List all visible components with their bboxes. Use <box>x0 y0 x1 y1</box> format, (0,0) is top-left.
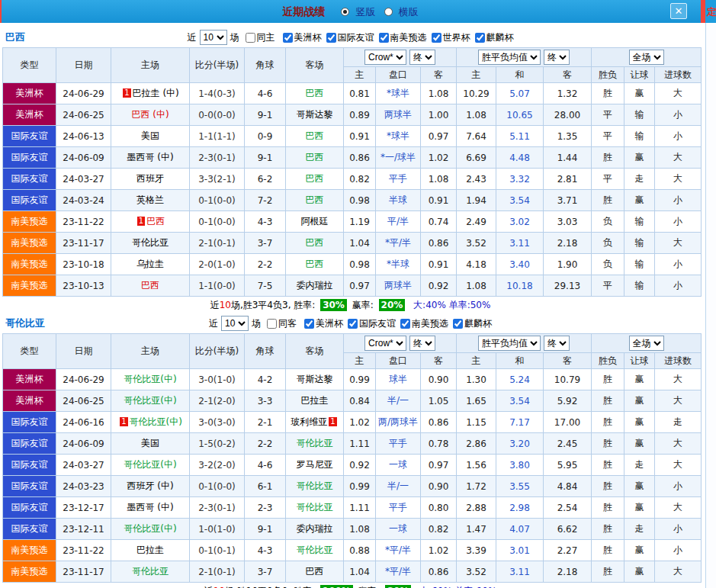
odds-company-select[interactable]: Crow* <box>364 50 406 65</box>
team-name[interactable]: 乌拉圭 <box>136 259 164 269</box>
cup-filter[interactable]: 南美预选 <box>379 31 427 44</box>
team-name[interactable]: 美国 <box>141 130 159 141</box>
team-title[interactable]: 哥伦比亚 <box>5 316 45 330</box>
cup-checkbox[interactable] <box>400 319 410 329</box>
cup-filter[interactable]: 国际友谊 <box>326 31 374 44</box>
cup-checkbox[interactable] <box>432 33 441 43</box>
team-name[interactable]: 墨西哥 (中) <box>127 502 173 512</box>
match-type[interactable]: 国际友谊 <box>3 412 56 433</box>
team-name[interactable]: 巴西 <box>141 280 159 291</box>
team-name[interactable]: 哥伦比亚 <box>297 438 333 448</box>
team-name[interactable]: 巴西 <box>306 130 324 141</box>
match-type[interactable]: 南美预选 <box>3 561 56 583</box>
match-type[interactable]: 南美预选 <box>3 275 56 297</box>
match-type[interactable]: 美洲杯 <box>3 83 56 104</box>
match-type[interactable]: 南美预选 <box>3 211 56 233</box>
team-name[interactable]: 委内瑞拉 <box>297 523 333 534</box>
team-name[interactable]: 哥伦比亚(中) <box>124 395 176 406</box>
team-name[interactable]: 巴拉圭 (中) <box>133 88 179 98</box>
team-name[interactable]: 美国 <box>141 438 159 448</box>
team-name[interactable]: 巴西 <box>306 566 324 577</box>
team-name[interactable]: 巴西 <box>306 194 324 205</box>
match-type[interactable]: 国际友谊 <box>3 169 56 190</box>
vertical-layout-radio[interactable] <box>341 8 349 16</box>
match-type[interactable]: 国际友谊 <box>3 519 56 540</box>
close-button[interactable]: ✕ <box>670 3 687 19</box>
team-name[interactable]: 巴西 (中) <box>131 109 169 120</box>
match-type[interactable]: 南美预选 <box>3 254 56 275</box>
match-type[interactable]: 南美预选 <box>3 233 56 254</box>
cup-filter[interactable]: 美洲杯 <box>283 31 322 44</box>
cup-filter[interactable]: 麒麟杯 <box>453 317 492 330</box>
asia-time-select[interactable]: 终 <box>409 336 435 351</box>
cup-checkbox[interactable] <box>475 33 485 43</box>
match-type[interactable]: 南美预选 <box>3 540 56 561</box>
match-count-select[interactable]: 10 <box>221 316 249 331</box>
team-name[interactable]: 哥斯达黎 <box>297 109 333 120</box>
cup-checkbox[interactable] <box>348 319 358 329</box>
scope-select[interactable]: 全场 <box>629 336 664 351</box>
team-name[interactable]: 哥伦比亚 <box>297 545 333 555</box>
horizontal-layout-label[interactable]: 横版 <box>399 6 419 18</box>
match-type[interactable]: 国际友谊 <box>3 147 56 169</box>
cup-checkbox[interactable] <box>379 33 389 43</box>
team-name[interactable]: 墨西哥 (中) <box>127 152 173 162</box>
team-name[interactable]: 哥伦比亚 <box>132 237 169 248</box>
team-name[interactable]: 巴西 <box>306 152 324 162</box>
team-name[interactable]: 西班牙 (中) <box>127 480 173 491</box>
team-name[interactable]: 巴拉圭 <box>301 395 329 406</box>
match-type[interactable]: 国际友谊 <box>3 126 56 147</box>
match-type[interactable]: 美洲杯 <box>3 390 56 412</box>
cup-filter[interactable]: 麒麟杯 <box>475 31 514 44</box>
euro-time-select[interactable]: 终 <box>544 50 570 65</box>
match-type[interactable]: 国际友谊 <box>3 455 56 476</box>
match-type[interactable]: 国际友谊 <box>3 497 56 519</box>
team-name[interactable]: 巴西 <box>306 259 324 269</box>
same-venue-filter[interactable]: 同主 <box>246 31 275 44</box>
cup-checkbox[interactable] <box>326 33 336 43</box>
team-name[interactable]: 哥伦比亚(中) <box>130 416 182 427</box>
euro-metric-select[interactable]: 胜平负均值 <box>478 50 541 65</box>
scope-select[interactable]: 全场 <box>629 50 664 65</box>
cup-filter[interactable]: 世界杯 <box>432 31 470 44</box>
cup-filter[interactable]: 南美预选 <box>400 317 448 330</box>
horizontal-layout-radio[interactable] <box>384 8 393 16</box>
team-name[interactable]: 哥伦比亚(中) <box>124 523 176 534</box>
team-name[interactable]: 哥伦比亚 <box>297 502 333 512</box>
team-name[interactable]: 巴西 <box>306 237 324 248</box>
team-title[interactable]: 巴西 <box>5 31 25 44</box>
euro-time-select[interactable]: 终 <box>544 336 570 351</box>
team-name[interactable]: 哥伦比亚(中) <box>124 459 176 470</box>
match-type[interactable]: 国际友谊 <box>3 476 56 497</box>
same-venue-filter[interactable]: 同客 <box>267 317 297 330</box>
vertical-layout-label[interactable]: 竖版 <box>356 6 376 18</box>
cup-filter[interactable]: 美洲杯 <box>304 317 343 330</box>
euro-metric-select[interactable]: 胜平负均值 <box>478 336 541 351</box>
match-type[interactable]: 国际友谊 <box>3 190 56 211</box>
team-name[interactable]: 巴西 <box>306 173 324 184</box>
asia-time-select[interactable]: 终 <box>409 50 435 65</box>
match-type[interactable]: 国际友谊 <box>3 433 56 455</box>
team-name[interactable]: 哥伦比亚 <box>132 566 169 577</box>
team-name[interactable]: 委内瑞拉 <box>297 280 333 291</box>
match-type[interactable]: 美洲杯 <box>3 369 56 390</box>
team-name[interactable]: 罗马尼亚 <box>297 459 333 470</box>
same-venue-checkbox[interactable] <box>246 33 255 43</box>
cup-checkbox[interactable] <box>304 319 314 329</box>
team-name[interactable]: 巴西 <box>306 88 324 98</box>
team-name[interactable]: 阿根廷 <box>301 216 329 227</box>
team-name[interactable]: 巴西 <box>146 216 165 227</box>
team-name[interactable]: 玻利维亚 <box>291 416 327 427</box>
cup-checkbox[interactable] <box>453 319 463 329</box>
odds-company-select[interactable]: Crow* <box>364 336 406 351</box>
team-name[interactable]: 英格兰 <box>136 194 164 205</box>
match-type[interactable]: 美洲杯 <box>3 104 56 126</box>
match-count-select[interactable]: 10 <box>200 30 227 45</box>
team-name[interactable]: 哥斯达黎 <box>297 374 333 384</box>
team-name[interactable]: 哥伦比亚 <box>297 480 333 491</box>
team-name[interactable]: 西班牙 <box>136 173 164 184</box>
team-name[interactable]: 哥伦比亚(中) <box>124 374 176 384</box>
cup-filter[interactable]: 国际友谊 <box>348 317 396 330</box>
team-name[interactable]: 巴拉圭 <box>136 545 164 555</box>
cup-checkbox[interactable] <box>283 33 293 43</box>
